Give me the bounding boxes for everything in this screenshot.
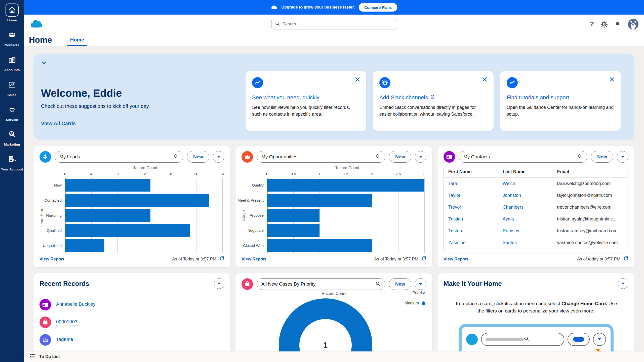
contact-last-name-link[interactable]: Johnston — [503, 193, 557, 198]
contacts-table: First NameLast NameEmailTaraWelchtara.we… — [444, 166, 628, 253]
close-icon[interactable] — [482, 77, 488, 82]
make-home-menu-caret-icon[interactable] — [618, 278, 628, 289]
account-icon[interactable] — [39, 334, 51, 346]
opportunities-listview-input[interactable] — [257, 151, 385, 163]
sidebar-item-service[interactable]: Service — [0, 103, 24, 122]
suggestion-title[interactable]: See what you need, quickly — [252, 94, 360, 101]
bar-closed-won[interactable] — [267, 239, 372, 252]
plot-area: QualifyMeet & PresentProposeNegotiateClo… — [267, 178, 424, 253]
salesforce-logo-icon[interactable] — [29, 19, 43, 29]
table-row[interactable]: TristianAyalatristian.ayala@thoughtmix.c… — [444, 213, 628, 225]
notifications-bell-icon[interactable] — [614, 21, 621, 28]
contact-last-name-link[interactable]: Santos — [503, 240, 557, 245]
table-row[interactable]: TaylorJohnstontaylor.johnston@npath.com — [444, 190, 628, 201]
contact-first-name-link[interactable]: Tara — [448, 181, 503, 186]
contact-first-name-link[interactable]: Tristian — [448, 216, 503, 222]
sidebar-item-contacts[interactable]: Contacts — [0, 28, 24, 48]
table-row[interactable]: TaraWelchtara.welch@zoomdog.com — [444, 178, 628, 190]
global-search[interactable] — [271, 19, 397, 29]
refresh-icon[interactable] — [421, 256, 426, 262]
contact-last-name-link[interactable]: Welch — [503, 181, 557, 186]
mock-avatar — [466, 334, 478, 345]
compare-plans-button[interactable]: Compare Plans — [359, 3, 397, 12]
cases-listview-input[interactable] — [257, 278, 385, 290]
column-header[interactable]: Email — [557, 169, 624, 174]
leads-listview-input[interactable] — [55, 151, 183, 163]
bar-qualify[interactable] — [267, 179, 424, 192]
contact-first-name-link[interactable]: Yasmine — [448, 240, 503, 245]
setup-gear-icon[interactable] — [601, 21, 608, 28]
close-icon[interactable] — [355, 77, 360, 82]
table-row[interactable]: YusufGardneryusuf.gardner@feedspan.com — [444, 249, 628, 253]
table-row[interactable]: TrevorChamberstrevor.chambers@eire.com — [444, 201, 628, 213]
suggestion-title[interactable]: Add Slack channels — [379, 94, 487, 101]
cases-menu-caret-icon[interactable] — [415, 278, 426, 290]
suggestion-title[interactable]: Find tutorials and support — [507, 94, 614, 101]
view-report-link[interactable]: View Report — [444, 257, 468, 262]
recent-record-link[interactable]: 00001003 — [56, 319, 77, 326]
bar-propose[interactable] — [267, 209, 319, 222]
bar-negotiate[interactable] — [267, 224, 319, 237]
todo-list-bar[interactable]: To Do List — [24, 351, 644, 362]
leads-menu-caret-icon[interactable] — [213, 151, 224, 163]
search-input[interactable] — [283, 22, 393, 27]
view-report-link[interactable]: View Report — [39, 257, 64, 262]
contacts-menu-caret-icon[interactable] — [617, 151, 628, 163]
chevron-down-icon[interactable] — [41, 60, 47, 67]
opportunities-listview-value[interactable] — [261, 154, 373, 160]
external-link-icon — [430, 94, 435, 101]
bar-new[interactable] — [65, 179, 150, 192]
as-of-timestamp: As of Today at 3:57 PM — [374, 257, 418, 262]
column-header[interactable]: First Name — [448, 169, 503, 174]
table-row[interactable]: TristonRamseytriston.ramsey@myboard.com — [444, 225, 628, 237]
table-row[interactable]: YasmineSantosyasmine.santos@yetiville.co… — [444, 237, 628, 249]
bar-nurturing[interactable] — [65, 209, 150, 222]
view-all-cards-link[interactable]: View All Cards — [41, 121, 76, 126]
case-icon[interactable] — [39, 316, 51, 328]
sidebar-item-marketing[interactable]: Marketing — [0, 128, 24, 147]
new-case-button[interactable]: New — [389, 278, 411, 290]
tab-home[interactable]: Home — [70, 34, 84, 46]
gridline — [196, 178, 197, 253]
chart-title: Record Count — [242, 291, 426, 296]
legend-entry[interactable]: Medium — [404, 301, 425, 305]
sidebar-item-accounts[interactable]: Accounts — [0, 53, 24, 72]
refresh-icon[interactable] — [219, 256, 224, 262]
contacts-listview-input[interactable] — [459, 151, 587, 163]
contact-last-name-link[interactable]: Ramsey — [503, 228, 557, 234]
bar-contacted[interactable] — [65, 194, 209, 207]
recent-record-link[interactable]: Annabelle Buckley — [56, 301, 95, 308]
opportunities-menu-caret-icon[interactable] — [415, 151, 426, 163]
new-opportunity-button[interactable]: New — [389, 151, 411, 163]
sidebar-item-your-account[interactable]: Your Account — [0, 153, 24, 172]
recent-record-link[interactable]: Tagtune — [56, 337, 73, 343]
column-header[interactable]: Last Name — [503, 169, 557, 174]
bar-qualified[interactable] — [65, 224, 190, 237]
cases-listview-value[interactable] — [261, 281, 373, 287]
help-icon[interactable]: ? — [590, 20, 594, 28]
search-icon — [375, 281, 381, 287]
contact-first-name-link[interactable]: Trevor — [448, 205, 503, 210]
bar-meet---present[interactable] — [267, 194, 372, 207]
list-item: Tagtune — [39, 334, 224, 346]
sidebar-item-label: Accounts — [4, 68, 20, 72]
contact-first-name-link[interactable]: Triston — [448, 228, 503, 234]
leads-listview-value[interactable] — [59, 154, 171, 160]
recent-records-menu-caret-icon[interactable] — [214, 278, 224, 289]
close-icon[interactable] — [609, 77, 615, 82]
refresh-icon[interactable] — [623, 256, 628, 262]
contacts-listview-value[interactable] — [463, 154, 575, 160]
gridline — [170, 178, 171, 253]
global-header: ? — [24, 15, 644, 34]
contact-last-name-link[interactable]: Ayala — [503, 216, 557, 222]
sidebar-item-sales[interactable]: Sales — [0, 78, 24, 97]
new-lead-button[interactable]: New — [187, 151, 209, 163]
new-contact-button[interactable]: New — [591, 151, 613, 163]
contact-last-name-link[interactable]: Chambers — [503, 205, 557, 210]
contact-first-name-link[interactable]: Taylor — [448, 193, 503, 198]
bar-unqualified[interactable] — [65, 239, 104, 252]
user-avatar[interactable] — [628, 19, 638, 29]
contact-card-icon[interactable] — [39, 299, 51, 310]
sidebar-item-home[interactable]: Home — [0, 4, 24, 23]
view-report-link[interactable]: View Report — [242, 257, 266, 262]
